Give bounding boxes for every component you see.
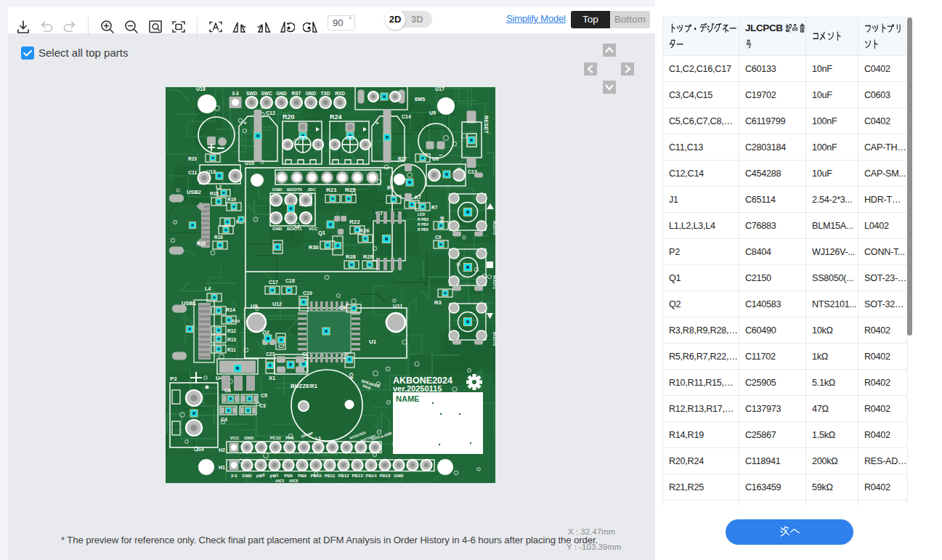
svg-text:R28: R28 bbox=[346, 253, 356, 260]
svg-text:VCC: VCC bbox=[230, 436, 240, 440]
svg-text:U5: U5 bbox=[429, 110, 436, 115]
svg-text:H1: H1 bbox=[219, 465, 225, 470]
svg-text:R30: R30 bbox=[309, 244, 319, 251]
svg-text:J14: J14 bbox=[195, 447, 204, 452]
svg-text:H2: H2 bbox=[219, 447, 225, 453]
svg-text:BUZZER1: BUZZER1 bbox=[291, 383, 317, 389]
svg-text:A5C8: A5C8 bbox=[289, 479, 299, 483]
svg-text:R18: R18 bbox=[197, 241, 206, 246]
svg-text:C3: C3 bbox=[259, 403, 266, 408]
svg-text:C9: C9 bbox=[435, 235, 442, 240]
svg-text:BOOT0: BOOT0 bbox=[492, 221, 496, 235]
svg-text:C17: C17 bbox=[269, 280, 278, 285]
svg-text:R4: R4 bbox=[387, 185, 394, 190]
svg-text:R PB5: R PB5 bbox=[418, 227, 429, 232]
svg-text:U3: U3 bbox=[432, 156, 439, 161]
svg-text:C14: C14 bbox=[402, 114, 411, 119]
svg-text:U17: U17 bbox=[435, 86, 444, 92]
svg-text:C6: C6 bbox=[224, 388, 231, 393]
svg-text:U10: U10 bbox=[245, 161, 254, 166]
svg-text:R11: R11 bbox=[227, 347, 236, 352]
svg-text:U12: U12 bbox=[272, 301, 282, 307]
svg-text:+: + bbox=[375, 120, 379, 126]
svg-text:RXD: RXD bbox=[335, 91, 345, 96]
svg-text:C12: C12 bbox=[266, 110, 275, 115]
svg-text:–: – bbox=[439, 151, 442, 158]
svg-text:BOOT1: BOOT1 bbox=[492, 275, 496, 289]
svg-text:R21: R21 bbox=[326, 187, 337, 193]
svg-text:PB14: PB14 bbox=[365, 474, 377, 478]
svg-text:U9: U9 bbox=[251, 303, 258, 309]
svg-text:PC13: PC13 bbox=[270, 436, 282, 440]
svg-text:+: + bbox=[243, 120, 247, 126]
svg-text:R20: R20 bbox=[283, 113, 295, 121]
svg-text:GND: GND bbox=[394, 474, 404, 478]
svg-text:P2: P2 bbox=[170, 376, 177, 382]
svg-text:R3: R3 bbox=[434, 299, 442, 306]
svg-text:LED: LED bbox=[418, 212, 425, 216]
svg-text:R10: R10 bbox=[232, 319, 240, 323]
svg-text:R13: R13 bbox=[227, 337, 236, 342]
svg-text:BOOT1: BOOT1 bbox=[287, 227, 302, 231]
svg-text:PB6: PB6 bbox=[284, 474, 293, 478]
svg-text:C10: C10 bbox=[303, 291, 312, 296]
svg-text:C9: C9 bbox=[339, 305, 346, 310]
svg-text:K7: K7 bbox=[415, 195, 421, 200]
svg-text:R27: R27 bbox=[398, 156, 407, 161]
svg-text:PB9: PB9 bbox=[298, 474, 306, 478]
svg-text:U1: U1 bbox=[369, 338, 377, 345]
svg-text:X1: X1 bbox=[269, 375, 275, 381]
svg-text:R12: R12 bbox=[227, 328, 236, 333]
svg-text:GND: GND bbox=[272, 227, 283, 231]
svg-text:R24: R24 bbox=[330, 113, 342, 121]
svg-text:C11: C11 bbox=[188, 170, 198, 175]
svg-text:GND: GND bbox=[242, 474, 252, 478]
svg-text:A6C5: A6C5 bbox=[275, 479, 285, 483]
svg-text:U13: U13 bbox=[206, 169, 216, 174]
svg-text:R29: R29 bbox=[363, 253, 373, 260]
svg-text:C4: C4 bbox=[221, 417, 227, 422]
svg-text:PB13: PB13 bbox=[352, 474, 363, 478]
svg-text:3-3: 3-3 bbox=[232, 91, 239, 96]
svg-text:USB2: USB2 bbox=[187, 189, 201, 195]
svg-text:VCC: VCC bbox=[309, 227, 318, 231]
svg-text:C5: C5 bbox=[261, 393, 267, 398]
svg-text:PB15: PB15 bbox=[379, 474, 391, 478]
svg-text:C18: C18 bbox=[285, 278, 295, 283]
svg-text:R PB4: R PB4 bbox=[418, 222, 429, 227]
svg-text:Q1: Q1 bbox=[318, 230, 325, 236]
svg-text:L4: L4 bbox=[205, 286, 211, 291]
svg-text:U18: U18 bbox=[196, 86, 206, 92]
svg-text:R22: R22 bbox=[349, 219, 360, 225]
svg-text:R19: R19 bbox=[227, 197, 236, 202]
svg-text:R15: R15 bbox=[210, 191, 219, 196]
svg-text:3-3: 3-3 bbox=[231, 474, 237, 478]
svg-text:JDC: JDC bbox=[307, 187, 317, 192]
svg-text:R14: R14 bbox=[226, 307, 235, 312]
svg-text:R7: R7 bbox=[431, 205, 438, 210]
svg-text:GND: GND bbox=[276, 91, 287, 96]
svg-text:R26: R26 bbox=[359, 227, 370, 234]
svg-text:ver.20250115: ver.20250115 bbox=[393, 384, 442, 393]
svg-text:L3: L3 bbox=[315, 436, 321, 440]
svg-text:R PB3: R PB3 bbox=[418, 217, 429, 222]
svg-text:SWC: SWC bbox=[261, 91, 272, 96]
svg-text:GND: GND bbox=[244, 436, 254, 440]
svg-text:C7: C7 bbox=[278, 344, 285, 349]
svg-text:PB11: PB11 bbox=[325, 474, 336, 478]
svg-text:PA6: PA6 bbox=[285, 436, 294, 440]
svg-text:6MS: 6MS bbox=[415, 97, 426, 102]
svg-text:PB10: PB10 bbox=[310, 474, 322, 478]
svg-text:GND: GND bbox=[306, 91, 317, 96]
svg-text:R25: R25 bbox=[345, 187, 356, 193]
svg-text:R23: R23 bbox=[188, 156, 197, 161]
svg-text:BOOT0: BOOT0 bbox=[492, 332, 496, 346]
svg-text:L2: L2 bbox=[216, 184, 222, 190]
svg-text:GND: GND bbox=[272, 187, 283, 192]
svg-text:U11: U11 bbox=[393, 303, 402, 309]
svg-text:PB12: PB12 bbox=[338, 474, 349, 478]
svg-text:R16: R16 bbox=[214, 235, 223, 240]
svg-text:BOOT0: BOOT0 bbox=[287, 187, 302, 192]
svg-text:NAME: NAME bbox=[396, 394, 419, 403]
svg-text:RESET: RESET bbox=[483, 115, 490, 134]
